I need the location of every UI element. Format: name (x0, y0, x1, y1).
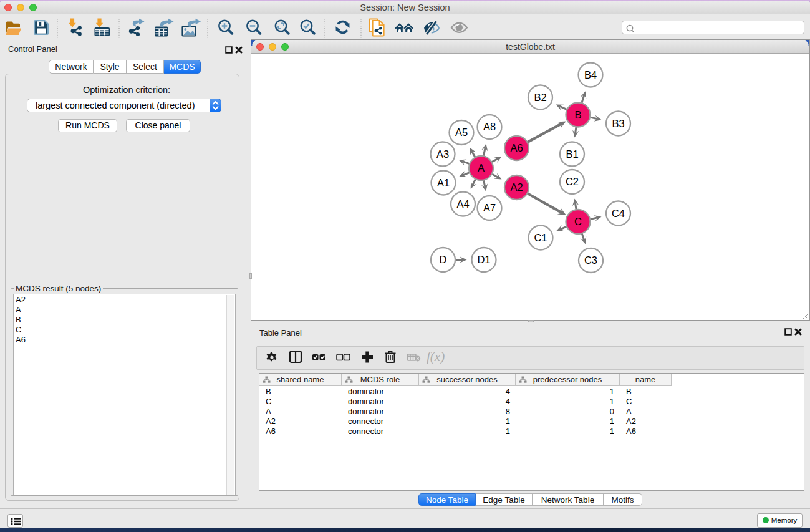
svg-text:B: B (574, 109, 581, 120)
svg-text:B1: B1 (566, 148, 578, 160)
svg-text:A4: A4 (456, 198, 469, 210)
svg-text:A: A (478, 162, 485, 173)
svg-text:A8: A8 (483, 121, 496, 132)
svg-text:A1: A1 (437, 177, 450, 188)
svg-text:C2: C2 (566, 176, 579, 187)
svg-text:C3: C3 (584, 254, 597, 266)
svg-text:A3: A3 (436, 148, 449, 160)
svg-text:C1: C1 (534, 232, 547, 243)
svg-text:B3: B3 (612, 118, 624, 129)
svg-text:D1: D1 (477, 254, 490, 265)
svg-text:B4: B4 (584, 69, 597, 80)
svg-text:D: D (440, 254, 447, 265)
svg-text:B2: B2 (534, 92, 546, 103)
svg-text:A5: A5 (455, 127, 468, 138)
svg-text:A6: A6 (510, 142, 523, 153)
svg-text:A2: A2 (510, 181, 523, 193)
svg-text:C: C (574, 216, 582, 227)
svg-text:C4: C4 (612, 208, 625, 219)
svg-text:A7: A7 (483, 202, 496, 213)
